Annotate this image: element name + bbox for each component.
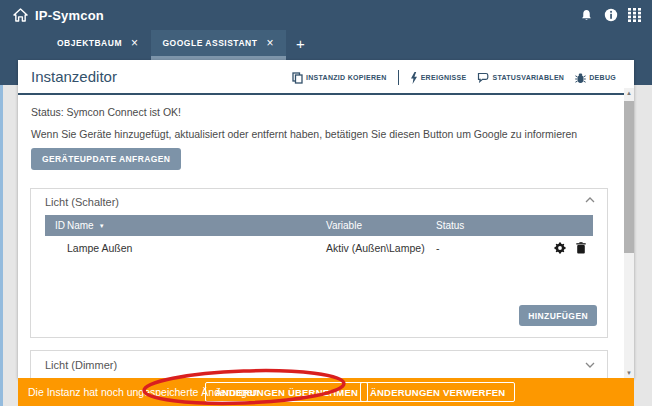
apps-grid-icon[interactable] [627, 8, 642, 23]
copy-instance-id-button[interactable]: INSTANZID KOPIEREN [292, 72, 387, 84]
page-title: Instanzeditor [31, 68, 117, 85]
bug-icon [575, 72, 586, 84]
instance-editor-card: Instanzeditor INSTANZID KOPIEREN EREIGNI… [18, 60, 634, 378]
sort-desc-icon: ▼ [99, 223, 105, 229]
left-accent-strip [0, 85, 3, 406]
tab-objektbaum[interactable]: OBJEKTBAUM × [45, 30, 151, 56]
col-header-status[interactable]: Status [436, 220, 593, 231]
add-device-button[interactable]: HINZUFÜGEN [519, 305, 597, 326]
app-title: IP-Symcon [35, 8, 104, 23]
events-label: EREIGNISSE [421, 74, 467, 81]
apply-changes-button[interactable]: ÄNDERUNGEN ÜBERNEHMEN [205, 382, 368, 402]
panel-licht-schalter: Licht (Schalter) ID Name ▼ Variable Stat… [30, 188, 608, 338]
ip-symcon-console: IP-Symcon OB [0, 0, 652, 406]
unsaved-changes-bar: Die Instanz hat noch ungespeicherte Ände… [18, 378, 634, 406]
tab-close-icon[interactable]: × [131, 37, 139, 49]
vertical-scrollbar[interactable]: ▲ ▼ [624, 88, 634, 378]
tag-bubble-icon [477, 72, 489, 83]
cell-variable: Aktiv (Außen\Lampe) [326, 242, 436, 254]
connect-status-text: Status: Symcon Connect ist OK! [31, 106, 181, 118]
card-header: Instanzeditor INSTANZID KOPIEREN EREIGNI… [18, 60, 624, 95]
tab-google-assistant-label: GOOGLE ASSISTANT [163, 38, 258, 48]
gear-icon[interactable] [553, 241, 566, 254]
table-row[interactable]: Lampe Außen Aktiv (Außen\Lampe) - [45, 236, 593, 259]
trash-icon[interactable] [574, 241, 587, 254]
lightning-icon [410, 72, 418, 84]
chevron-down-icon[interactable] [585, 362, 595, 368]
tab-objektbaum-label: OBJEKTBAUM [57, 38, 122, 48]
status-variables-button[interactable]: STATUSVARIABLEN [477, 72, 564, 83]
topbar: IP-Symcon [0, 0, 652, 30]
device-update-button[interactable]: GERÄTEUPDATE ANFRAGEN [31, 148, 181, 170]
status-variables-label: STATUSVARIABLEN [492, 74, 564, 81]
info-icon[interactable] [603, 8, 618, 23]
col-header-name[interactable]: Name ▼ [67, 220, 326, 231]
panel-licht-dimmer-title: Licht (Dimmer) [45, 359, 117, 371]
col-header-id[interactable]: ID [45, 220, 67, 231]
copy-instance-id-label: INSTANZID KOPIEREN [306, 74, 387, 81]
copy-icon [292, 72, 303, 84]
table-header-row: ID Name ▼ Variable Status [45, 215, 593, 236]
panel-licht-schalter-header[interactable]: Licht (Schalter) [31, 189, 607, 215]
topbar-icons [579, 0, 642, 30]
panel-licht-dimmer-header[interactable]: Licht (Dimmer) [31, 351, 607, 379]
panel-licht-schalter-title: Licht (Schalter) [45, 196, 119, 208]
debug-button[interactable]: DEBUG [575, 72, 616, 84]
tab-add-button[interactable]: + [286, 30, 315, 56]
scroll-up-icon[interactable]: ▲ [624, 88, 634, 98]
discard-changes-button[interactable]: ÄNDERUNGEN VERWERFEN [360, 382, 515, 402]
scrollbar-thumb[interactable] [624, 101, 634, 253]
cell-name: Lampe Außen [67, 242, 326, 254]
cell-status: - [436, 242, 553, 254]
events-button[interactable]: EREIGNISSE [410, 72, 467, 84]
google-update-hint-text: Wenn Sie Geräte hinzugefügt, aktualisier… [31, 128, 577, 140]
row-actions [553, 241, 593, 254]
tab-google-assistant[interactable]: GOOGLE ASSISTANT × [151, 30, 286, 56]
scroll-down-icon[interactable]: ▼ [624, 368, 634, 378]
tab-close-icon[interactable]: × [266, 37, 274, 49]
toolbar-divider [398, 70, 399, 85]
chevron-up-icon[interactable] [585, 197, 595, 203]
notifications-bell-icon[interactable] [579, 8, 594, 23]
home-icon[interactable] [13, 8, 28, 23]
brand[interactable]: IP-Symcon [13, 8, 104, 23]
tabbar: OBJEKTBAUM × GOOGLE ASSISTANT × + [45, 30, 315, 56]
editor-toolbar: INSTANZID KOPIEREN EREIGNISSE STATUSVARI… [292, 60, 616, 95]
col-header-variable[interactable]: Variable [326, 220, 436, 231]
devices-table: ID Name ▼ Variable Status Lampe Außen Ak… [45, 215, 593, 259]
debug-label: DEBUG [589, 74, 616, 81]
